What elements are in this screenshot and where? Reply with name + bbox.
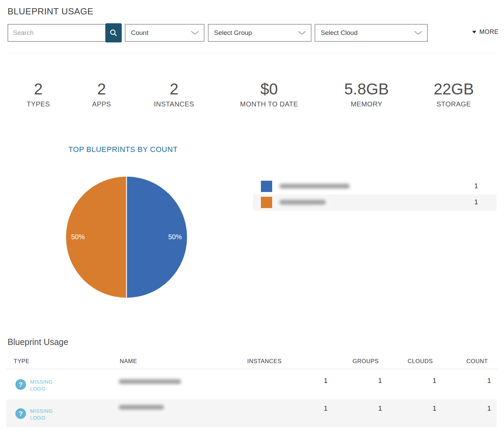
stat-value: 22GB [434, 80, 474, 98]
chevron-down-icon [298, 31, 306, 35]
triangle-down-icon [472, 31, 476, 34]
table-row[interactable]: ? MISSING LOGO 1 1 1 1 [6, 399, 496, 427]
cell-count: 1 [487, 405, 491, 412]
column-header-clouds: CLOUDS [408, 358, 433, 365]
group-select[interactable]: Select Group [208, 24, 311, 42]
stat-value: $0 [240, 80, 298, 98]
search-button[interactable] [105, 23, 122, 42]
missing-logo-icon: ? [15, 408, 26, 419]
chevron-down-icon [414, 31, 422, 35]
legend-swatch-blue [261, 181, 272, 192]
cloud-select-value: Select Cloud [321, 29, 358, 37]
stat-value: 2 [92, 80, 111, 98]
pie-legend: 1 1 [253, 178, 496, 211]
stat-label: MEMORY [344, 100, 389, 108]
stat-label: MONTH TO DATE [240, 100, 298, 108]
legend-label-redacted [279, 184, 350, 189]
stat-label: INSTANCES [154, 100, 194, 108]
more-button[interactable]: MORE [472, 28, 499, 36]
legend-label-redacted [279, 200, 326, 205]
missing-logo-icon: ? [15, 379, 26, 390]
stat-label: STORAGE [434, 100, 474, 108]
pie-chart: 50% 50% [66, 176, 187, 298]
table-row[interactable]: ? MISSING LOGO 1 1 1 1 [6, 369, 496, 399]
blueprint-usage-page: BLUEPRINT USAGE Count Select Group Selec… [0, 0, 504, 436]
chart-title: TOP BLUEPRINTS BY COUNT [68, 145, 178, 154]
cell-clouds: 1 [433, 405, 436, 412]
legend-value: 1 [474, 198, 478, 206]
cell-groups: 1 [378, 405, 382, 412]
cell-count: 1 [487, 377, 491, 385]
group-select-value: Select Group [214, 29, 252, 37]
cell-instances: 1 [324, 377, 328, 385]
stat-instances: 2 INSTANCES [154, 80, 194, 108]
blueprint-name-redacted [119, 405, 164, 410]
stat-value: 2 [27, 80, 50, 98]
legend-row[interactable]: 1 [253, 194, 496, 211]
more-button-label: MORE [479, 28, 499, 36]
question-mark-glyph: ? [19, 410, 23, 418]
metric-select-value: Count [131, 29, 148, 37]
column-header-name: NAME [120, 358, 137, 365]
page-title: BLUEPRINT USAGE [8, 6, 93, 17]
stat-types: 2 TYPES [27, 80, 50, 108]
search-icon [109, 28, 118, 37]
stat-label: APPS [92, 100, 111, 108]
stat-value: 2 [154, 80, 194, 98]
blueprint-name-redacted [119, 379, 181, 384]
cell-instances: 1 [324, 405, 328, 412]
missing-logo-label: MISSING LOGO [30, 379, 57, 393]
pie-percent-left: 50% [71, 233, 85, 241]
header-divider [6, 53, 498, 53]
stat-apps: 2 APPS [92, 80, 111, 108]
stat-value: 5.8GB [344, 80, 389, 98]
pie-percent-right: 50% [168, 233, 182, 241]
legend-value: 1 [474, 182, 478, 190]
table-title: Blueprint Usage [8, 337, 68, 347]
stat-month-to-date: $0 MONTH TO DATE [240, 80, 298, 108]
column-header-instances: INSTANCES [247, 358, 282, 365]
legend-swatch-orange [261, 197, 272, 208]
stat-label: TYPES [27, 100, 50, 108]
column-header-groups: GROUPS [353, 358, 379, 365]
column-header-count: COUNT [466, 358, 488, 365]
chevron-down-icon [191, 31, 199, 35]
cell-clouds: 1 [433, 377, 436, 385]
metric-select[interactable]: Count [125, 24, 204, 42]
cloud-select[interactable]: Select Cloud [315, 24, 428, 42]
question-mark-glyph: ? [19, 381, 23, 388]
search-input[interactable] [8, 24, 106, 42]
legend-row[interactable]: 1 [253, 178, 496, 194]
stat-memory: 5.8GB MEMORY [344, 80, 389, 108]
stat-storage: 22GB STORAGE [434, 80, 474, 108]
missing-logo-label: MISSING LOGO [30, 408, 57, 422]
column-header-type: TYPE [14, 358, 29, 365]
cell-groups: 1 [378, 377, 382, 385]
